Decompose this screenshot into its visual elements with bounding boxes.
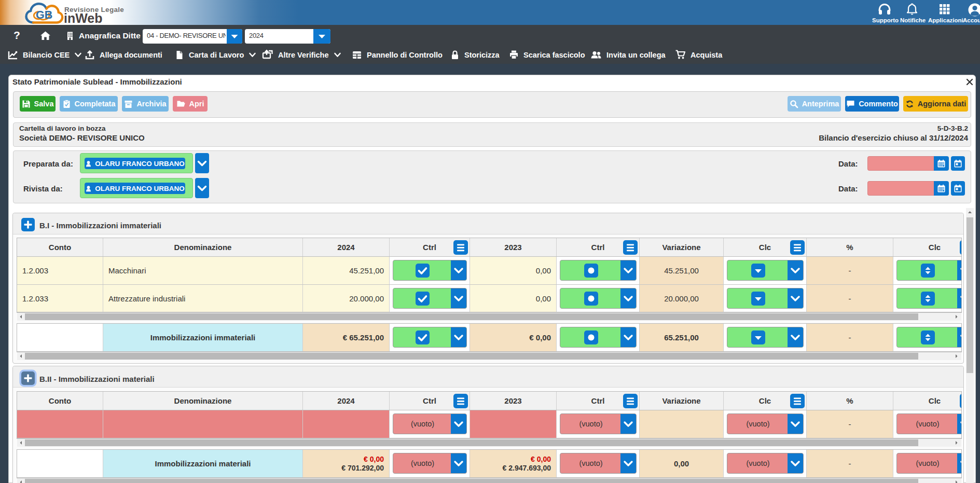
svg-text:GB: GB	[36, 9, 52, 21]
